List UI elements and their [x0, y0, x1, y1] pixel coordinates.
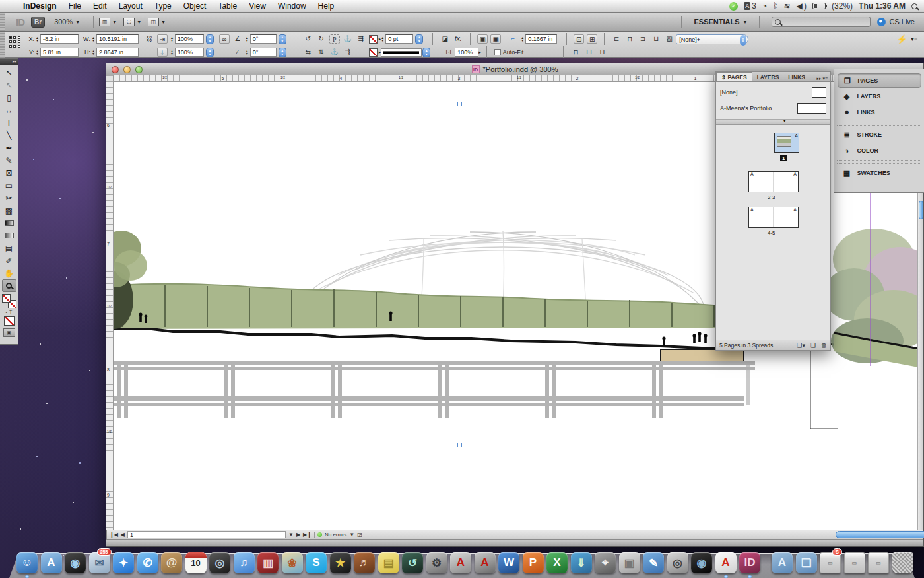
dock-button-links[interactable]: ⚭LINKS: [838, 105, 921, 120]
formatting-container-icon[interactable]: ▪: [6, 310, 7, 314]
rectangle-tool[interactable]: ▭: [2, 179, 16, 192]
dock-web-downloader[interactable]: ⇓: [570, 551, 593, 575]
delete-page-icon[interactable]: 🗑: [821, 342, 827, 349]
selection-bottom-edge[interactable]: [114, 445, 917, 445]
dock-documents-folder[interactable]: ❏: [795, 551, 818, 575]
cs-live-button[interactable]: CS Live: [877, 18, 915, 26]
fill-stroke-swatch-widget[interactable]: [2, 294, 16, 308]
align-center-icon[interactable]: ⊓: [624, 34, 635, 44]
last-page-button[interactable]: ▶❙: [303, 532, 312, 538]
dock-skype[interactable]: S: [305, 551, 327, 575]
gradient-tool[interactable]: [2, 217, 16, 229]
master-page-a[interactable]: A-Meena's Portfolio: [720, 100, 826, 116]
gap-tool[interactable]: ↔: [2, 104, 16, 116]
dock-front-row[interactable]: ▥: [257, 551, 279, 575]
scale-y-field[interactable]: ⤓▲▼ 100%▲▼: [156, 48, 214, 57]
dock-solution-menu[interactable]: ▣: [618, 551, 641, 575]
dock-airport-utility[interactable]: ⌖: [594, 551, 616, 575]
fill-color-none-swatch[interactable]: [369, 48, 378, 57]
menu-file[interactable]: File: [63, 1, 87, 11]
distribute-icon[interactable]: ⊔: [651, 34, 661, 44]
spread-4-5-thumbnail[interactable]: AA: [748, 207, 799, 228]
dock-garageband[interactable]: ♬: [353, 551, 376, 575]
master-page-none[interactable]: [None]: [720, 85, 826, 100]
view-options-dropdown[interactable]: ▥▼: [99, 18, 117, 26]
battery-icon[interactable]: [812, 3, 826, 9]
previous-page-button[interactable]: ◀: [121, 532, 125, 538]
constrain-dimensions-icon[interactable]: ⛓: [144, 34, 154, 44]
dock-minimized-window-safari-1[interactable]: ▭: [843, 551, 866, 575]
next-page-button[interactable]: ▶: [296, 532, 300, 538]
panel-menu-icon[interactable]: ▾≡: [911, 36, 924, 42]
dock-itunes[interactable]: ♫: [233, 551, 255, 575]
dock-button-color[interactable]: ◑COLOR: [838, 143, 921, 158]
direct-selection-tool[interactable]: ↖: [2, 79, 16, 91]
dock-ms-word[interactable]: W: [498, 551, 520, 575]
menu-indesign[interactable]: InDesign: [17, 1, 63, 11]
dock-aperture[interactable]: ◉: [690, 551, 713, 575]
align-bottom-icon[interactable]: ⊔: [597, 48, 607, 57]
scale-x-field[interactable]: ⇥▲▼ 100%▲▼: [156, 34, 214, 44]
shear-angle-field[interactable]: ∕▲▼ 0°▲▼: [231, 48, 286, 57]
page-number-field[interactable]: 1: [127, 531, 286, 538]
panel-menu-icon[interactable]: ▾≡: [822, 76, 828, 81]
opacity-field[interactable]: 100%: [455, 48, 478, 57]
dock-applications-folder[interactable]: A: [771, 551, 793, 575]
selection-tool[interactable]: ↖: [2, 66, 16, 79]
corner-radius-field[interactable]: ⌐ ▲▼0.1667 in: [506, 34, 557, 44]
dock-app-store[interactable]: A: [40, 551, 63, 575]
object-style-dropdown[interactable]: [None]+: [676, 34, 748, 44]
dock-safari[interactable]: ✦: [112, 551, 135, 575]
page-list-dropdown-icon[interactable]: ▼: [288, 532, 294, 538]
spotlight-icon[interactable]: [911, 3, 917, 9]
fill-swatch-none[interactable]: [2, 294, 11, 303]
dock-facetime[interactable]: ✆: [137, 551, 159, 575]
dock-stickies[interactable]: ▤: [378, 551, 400, 575]
dock-finder[interactable]: ☺: [16, 551, 38, 575]
rotate-ccw-icon[interactable]: ↺: [303, 34, 314, 44]
dock-dashboard[interactable]: ◉: [64, 551, 86, 575]
stroke-weight-field[interactable]: ▲▼0 pt▲▼: [381, 34, 423, 44]
menu-layout[interactable]: Layout: [113, 1, 148, 11]
scissors-tool[interactable]: ✂: [2, 192, 16, 204]
menu-view[interactable]: View: [243, 1, 272, 11]
height-field[interactable]: H:▲▼ 2.8647 in: [82, 48, 139, 57]
preflight-menu-icon[interactable]: ▼: [349, 532, 354, 538]
dock-button-pages[interactable]: ❐PAGES: [838, 73, 921, 88]
vertical-scroll-thumb[interactable]: [919, 201, 923, 219]
dock-button-stroke[interactable]: ≣STROKE: [838, 127, 921, 142]
tab-layers[interactable]: LAYERS: [752, 73, 784, 81]
select-previous-object-icon[interactable]: ⚓: [329, 48, 340, 57]
menu-table[interactable]: Table: [212, 1, 243, 11]
pencil-tool[interactable]: ✎: [2, 154, 16, 166]
selection-handle-top[interactable]: [457, 102, 462, 106]
horizontal-scroll-thumb[interactable]: [836, 531, 924, 538]
quick-apply-icon[interactable]: ⚡: [896, 34, 911, 44]
selection-handle-bottom[interactable]: [457, 443, 462, 447]
new-page-icon[interactable]: ❏: [810, 342, 816, 349]
line-tool[interactable]: ╲: [2, 129, 16, 141]
tab-pages[interactable]: ⇕ PAGES: [716, 72, 752, 81]
fit-frame-icon[interactable]: ⊞: [587, 34, 597, 44]
close-button[interactable]: [112, 66, 119, 73]
dock-time-machine[interactable]: ↺: [401, 551, 424, 575]
menu-clock[interactable]: Thu 1:36 AM: [859, 1, 906, 11]
constrain-scale-link-icon[interactable]: ∞: [219, 34, 230, 44]
menu-window[interactable]: Window: [272, 1, 312, 11]
object-style-icon[interactable]: ▧: [664, 34, 675, 44]
minimize-button[interactable]: [123, 66, 131, 73]
dock-indesign[interactable]: ID: [739, 551, 761, 575]
dock-imovie[interactable]: ★: [329, 551, 352, 575]
wifi-icon[interactable]: ≋: [783, 1, 790, 11]
select-next-object-icon[interactable]: ⇶: [356, 34, 366, 44]
page-tool[interactable]: ▯: [2, 91, 16, 104]
rotation-angle-field[interactable]: ∠▲▼ 0°▲▼: [231, 34, 286, 44]
rotate-cw-icon[interactable]: ↻: [316, 34, 327, 44]
autofit-checkbox[interactable]: [494, 49, 501, 55]
flip-horizontal-icon[interactable]: ⇆: [303, 48, 314, 57]
zoom-tool[interactable]: [2, 279, 16, 292]
search-input[interactable]: [772, 17, 871, 27]
dock-iphoto[interactable]: ❀: [281, 551, 304, 575]
vertical-ruler[interactable]: 61/271/281/29: [106, 75, 114, 530]
dock-autocad-ws[interactable]: A: [474, 551, 496, 575]
